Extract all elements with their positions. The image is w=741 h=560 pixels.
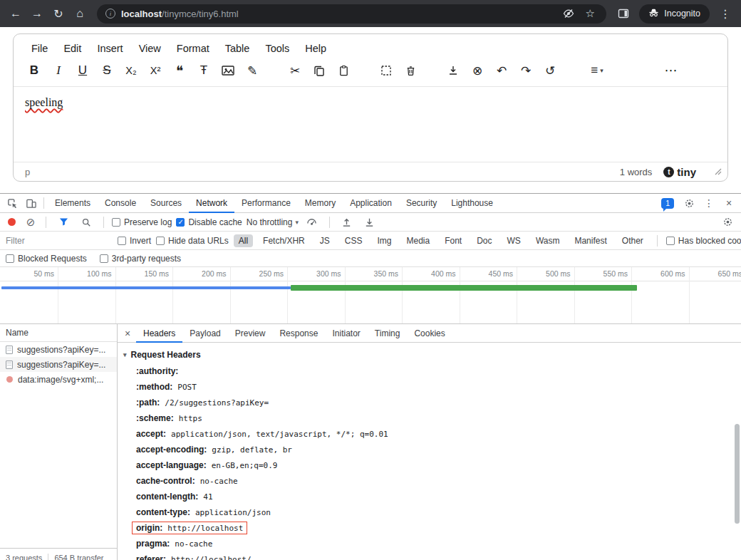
tab-preview[interactable]: Preview [228, 324, 273, 343]
tab-lighthouse[interactable]: Lighthouse [444, 194, 500, 213]
filter-chip-all[interactable]: All [234, 234, 253, 247]
misspelled-word[interactable]: speeling [25, 96, 63, 108]
hide-data-urls-checkbox[interactable]: Hide data URLs [156, 236, 229, 246]
request-row[interactable]: data:image/svg+xml;... [0, 372, 117, 387]
filter-chip-manifest[interactable]: Manifest [569, 234, 611, 247]
bold-icon[interactable]: B [22, 61, 46, 81]
throttling-dropdown[interactable]: No throttling ▾ [247, 217, 299, 227]
italic-icon[interactable]: I [46, 61, 71, 81]
download-icon[interactable] [441, 61, 465, 81]
tab-performance[interactable]: Performance [234, 194, 298, 213]
preserve-log-checkbox[interactable]: Preserve log [112, 217, 172, 227]
permanent-pen-icon[interactable]: ✎ [240, 61, 264, 81]
invert-checkbox[interactable]: Invert [118, 236, 151, 246]
request-row[interactable]: suggestions?apiKey=... [0, 357, 117, 372]
request-headers-section-toggle[interactable]: ▾ Request Headers [123, 350, 741, 360]
menu-edit[interactable]: Edit [57, 41, 88, 56]
menu-file[interactable]: File [25, 41, 54, 56]
home-icon[interactable]: ⌂ [70, 4, 90, 24]
waterfall-bar[interactable] [1, 286, 291, 289]
has-blocked-cookies-checkbox[interactable]: Has blocked cookies [666, 236, 741, 246]
subscript-icon[interactable]: X₂ [119, 61, 143, 81]
devtools-close-icon[interactable]: × [720, 194, 738, 212]
filter-chip-css[interactable]: CSS [340, 234, 368, 247]
superscript-icon[interactable]: X² [143, 61, 167, 81]
device-toolbar-icon[interactable] [21, 194, 40, 212]
tab-sources[interactable]: Sources [143, 194, 189, 213]
cancel-icon[interactable]: ⊗ [465, 61, 489, 81]
forward-icon[interactable]: → [27, 4, 47, 24]
menu-view[interactable]: View [133, 41, 167, 56]
restore-draft-icon[interactable]: ↺ [538, 61, 562, 81]
waterfall-bar[interactable] [291, 285, 637, 291]
menu-table[interactable]: Table [219, 41, 256, 56]
underline-icon[interactable]: U [71, 61, 95, 81]
paste-icon[interactable] [331, 61, 356, 81]
filter-chip-img[interactable]: Img [372, 234, 396, 247]
menu-format[interactable]: Format [170, 41, 216, 56]
search-icon[interactable] [77, 213, 95, 232]
filter-chip-media[interactable]: Media [401, 234, 435, 247]
tab-headers[interactable]: Headers [136, 324, 182, 343]
site-info-icon[interactable]: i [105, 9, 115, 19]
record-icon[interactable] [8, 218, 16, 226]
browser-menu-kebab-icon[interactable]: ⋮ [715, 4, 735, 24]
filter-chip-wasm[interactable]: Wasm [531, 234, 565, 247]
menu-help[interactable]: Help [299, 41, 333, 56]
blocked-requests-checkbox[interactable]: Blocked Requests [6, 254, 87, 264]
request-row[interactable]: suggestions?apiKey=... [0, 342, 117, 357]
redo-icon[interactable]: ↷ [514, 61, 538, 81]
insert-image-icon[interactable] [216, 61, 240, 81]
third-party-requests-checkbox[interactable]: 3rd-party requests [100, 254, 181, 264]
tab-application[interactable]: Application [343, 194, 399, 213]
filter-funnel-icon[interactable] [54, 213, 73, 232]
bookmark-star-icon[interactable]: ☆ [582, 7, 598, 20]
tiny-brand-link[interactable]: t tiny [663, 166, 696, 178]
reload-icon[interactable]: ↻ [48, 4, 68, 24]
filter-chip-ws[interactable]: WS [502, 234, 526, 247]
inspect-element-icon[interactable] [3, 194, 21, 212]
menu-insert[interactable]: Insert [90, 41, 129, 56]
align-icon[interactable]: ≡▾ [581, 61, 613, 81]
scrollbar-thumb[interactable] [735, 424, 740, 524]
clear-icon[interactable]: ⊘ [24, 216, 38, 229]
timeline-overview[interactable]: 50 ms100 ms150 ms200 ms250 ms300 ms350 m… [0, 267, 741, 324]
cut-icon[interactable]: ✂ [283, 61, 307, 81]
devtools-kebab-icon[interactable]: ⋮ [700, 194, 718, 212]
filter-chip-js[interactable]: JS [315, 234, 335, 247]
select-all-icon[interactable] [374, 61, 398, 81]
eye-off-icon[interactable] [561, 8, 576, 19]
close-details-icon[interactable]: × [119, 328, 136, 339]
tab-elements[interactable]: Elements [48, 194, 98, 213]
filter-input[interactable] [6, 236, 113, 246]
issues-counter-badge[interactable]: 1 [661, 198, 674, 209]
more-toolbar-icon[interactable]: ⋯ [659, 61, 683, 81]
copy-icon[interactable] [307, 61, 331, 81]
side-panel-icon[interactable] [613, 4, 633, 24]
network-settings-gear-icon[interactable] [718, 213, 737, 232]
tab-cookies[interactable]: Cookies [407, 324, 452, 343]
undo-icon[interactable]: ↶ [489, 61, 514, 81]
filter-chip-other[interactable]: Other [617, 234, 648, 247]
strikethrough-icon[interactable]: S [95, 61, 119, 81]
filter-chip-fetch-xhr[interactable]: Fetch/XHR [258, 234, 310, 247]
filter-chip-doc[interactable]: Doc [472, 234, 497, 247]
tab-initiator[interactable]: Initiator [325, 324, 367, 343]
disable-cache-checkbox[interactable]: Disable cache [176, 217, 242, 227]
settings-gear-icon[interactable] [680, 194, 698, 212]
tab-network[interactable]: Network [189, 194, 234, 213]
blockquote-icon[interactable]: ❝ [167, 61, 192, 81]
word-count[interactable]: 1 words [620, 167, 653, 177]
tab-payload[interactable]: Payload [182, 324, 227, 343]
tab-response[interactable]: Response [272, 324, 325, 343]
format-painter-icon[interactable]: Ŧ [192, 61, 216, 81]
name-column-header[interactable]: Name [0, 324, 117, 342]
tab-memory[interactable]: Memory [298, 194, 343, 213]
tab-console[interactable]: Console [98, 194, 143, 213]
filter-chip-font[interactable]: Font [440, 234, 467, 247]
import-har-icon[interactable] [338, 213, 356, 232]
editor-content-area[interactable]: speeling [14, 86, 727, 162]
address-bar[interactable]: i localhost/tinymce/tiny6.html ☆ [97, 4, 606, 24]
tab-timing[interactable]: Timing [368, 324, 408, 343]
menu-tools[interactable]: Tools [259, 41, 296, 56]
